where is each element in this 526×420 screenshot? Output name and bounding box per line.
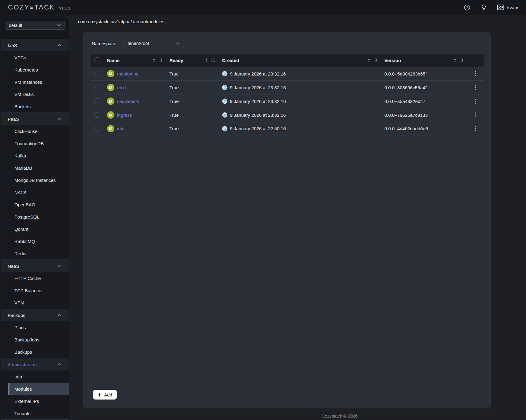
module-name-link[interactable]: monitoring [117, 71, 139, 76]
sidebar-item-nats[interactable]: NATS [1, 186, 69, 198]
sort-icon[interactable] [205, 58, 208, 62]
footer-copyright: Cozystack © 2026 [78, 414, 526, 418]
sidebar-item-info[interactable]: Info [1, 370, 69, 383]
section-label: Backups [8, 313, 25, 318]
chevron-up-icon [58, 363, 61, 366]
version-value: 0.0.0+a5a4832ebff7 [384, 99, 425, 104]
sidebar-nav-panel: default IaaS VPCs Kubernetes VM Instance… [1, 16, 69, 420]
sidebar-item-modules[interactable]: Modules [8, 383, 69, 395]
module-name-link[interactable]: info [117, 126, 124, 131]
row-checkbox[interactable] [94, 71, 100, 76]
sort-icon[interactable] [368, 58, 370, 62]
add-button-label: Add [104, 392, 112, 397]
sidebar-item-qdrant[interactable]: Qdrant [1, 223, 69, 235]
sidebar-section-administration[interactable]: Administration [1, 358, 69, 370]
header-cell-name: Name [104, 57, 166, 64]
row-checkbox[interactable] [94, 98, 100, 104]
sort-icon[interactable] [454, 58, 456, 62]
sidebar-item-tcp-balancer[interactable]: TCP Balancer [1, 284, 69, 297]
created-value: 9 January 2026 at 23:32:16 [230, 71, 286, 76]
kebab-menu-icon[interactable] [474, 97, 478, 105]
kebab-menu-icon[interactable] [474, 111, 478, 119]
sidebar-item-clickhouse[interactable]: ClickHouse [1, 125, 69, 137]
sidebar-item-openbao[interactable]: OpenBAO [1, 198, 69, 211]
context-select-value: default [9, 23, 22, 28]
section-label: PaaS [8, 116, 19, 122]
sidebar-item-tenants[interactable]: Tenants [1, 407, 69, 419]
namespace-select[interactable]: tenant-root [124, 39, 184, 48]
version-value: 0.0.0+4d462dadd6e6 [384, 126, 428, 131]
kebab-menu-icon[interactable] [474, 70, 478, 78]
section-label: NaaS [8, 263, 19, 269]
sidebar-item-postgresql[interactable]: PostgreSQL [1, 211, 69, 223]
globe-icon [222, 126, 228, 131]
sidebar-section-iaas[interactable]: IaaS [1, 39, 69, 51]
sidebar-item-plans[interactable]: Plans [1, 321, 69, 333]
sidebar-item-mongodb-instances[interactable]: MongoDB Instances [1, 174, 69, 186]
version-value: 0.0.0+5d304263b65f [384, 71, 427, 76]
sidebar-item-vm-disks[interactable]: VM Disks [1, 88, 69, 100]
table-row: M info True 9 January 2026 at 22:50:16 0… [91, 122, 484, 135]
topbar-actions: ? kvaps [464, 3, 519, 11]
kebab-menu-icon[interactable] [474, 83, 478, 91]
sidebar-item-vpn[interactable]: VPN [1, 297, 69, 309]
add-button[interactable]: Add [93, 390, 117, 400]
lightbulb-icon[interactable] [480, 4, 487, 11]
sidebar-item-redis[interactable]: Redis [1, 247, 69, 260]
chevron-up-icon [58, 44, 61, 46]
row-checkbox[interactable] [94, 112, 100, 118]
version-value: 0.0.0+79626a7c9133 [384, 112, 428, 118]
module-name-link[interactable]: seaweedfs [117, 99, 139, 104]
sidebar-item-foundationdb[interactable]: FoundationDB [1, 137, 69, 149]
column-label: Name [107, 58, 120, 63]
sort-icon[interactable] [153, 58, 155, 62]
column-label: Created [222, 58, 239, 63]
sidebar-item-backups[interactable]: Backups [1, 346, 69, 358]
modules-table: Name Ready Created V [91, 54, 484, 135]
created-value: 9 January 2026 at 23:32:16 [230, 112, 286, 118]
topbar: COZY≡TACK v1.1.1 ? kvaps [0, 0, 526, 15]
sidebar-item-kafka[interactable]: Kafka [1, 149, 69, 162]
table-row: M etcd True 9 January 2026 at 23:32:16 0… [91, 80, 484, 94]
created-value: 9 January 2026 at 23:32:16 [230, 99, 286, 104]
row-checkbox[interactable] [94, 126, 100, 131]
sidebar-section-paas[interactable]: PaaS [1, 112, 69, 125]
table-row: M seaweedfs True 9 January 2026 at 23:32… [91, 94, 484, 108]
sidebar-section-naas[interactable]: NaaS [1, 260, 69, 272]
sidebar-item-backupjobs[interactable]: BackupJobs [1, 333, 69, 346]
select-all-checkbox[interactable] [94, 57, 100, 63]
search-icon[interactable] [373, 58, 378, 63]
chevron-up-icon [58, 118, 61, 120]
help-icon[interactable]: ? [464, 4, 471, 11]
context-select[interactable]: default [5, 21, 65, 30]
module-name-link[interactable]: etcd [117, 85, 126, 90]
search-icon[interactable] [211, 58, 216, 63]
avatar: M [107, 111, 114, 119]
namespace-label: Namespace: [92, 41, 117, 46]
table-header: Name Ready Created V [91, 54, 484, 67]
search-icon[interactable] [459, 58, 464, 63]
sidebar-item-buckets[interactable]: Buckets [1, 100, 69, 112]
sidebar-item-vm-instances[interactable]: VM Instances [1, 76, 69, 88]
sidebar-item-kubernetes[interactable]: Kubernetes [1, 64, 69, 76]
globe-icon [222, 112, 228, 118]
sidebar-item-http-cache[interactable]: HTTP Cache [1, 272, 69, 284]
kebab-menu-icon[interactable] [474, 125, 478, 133]
sidebar-item-vpcs[interactable]: VPCs [1, 51, 69, 64]
header-cell-created: Created [219, 57, 381, 64]
globe-icon [222, 85, 228, 90]
sidebar-item-rabbitmq[interactable]: RabbitMQ [1, 235, 69, 247]
table-row: M monitoring True 9 January 2026 at 23:3… [91, 67, 484, 80]
search-icon[interactable] [158, 58, 163, 63]
sidebar-section-backups[interactable]: Backups [1, 309, 69, 321]
row-checkbox[interactable] [94, 85, 100, 90]
sidebar-item-external-ips[interactable]: External IPs [1, 395, 69, 407]
user-badge[interactable]: kvaps [497, 3, 519, 11]
column-label: Ready [169, 58, 183, 63]
id-card-icon [497, 3, 505, 11]
sidebar-item-mariadb[interactable]: MariaDB [1, 162, 69, 174]
namespace-select-value: tenant-root [128, 41, 149, 46]
module-name-link[interactable]: ingress [117, 112, 132, 118]
avatar: M [107, 125, 114, 132]
ready-value: True [169, 71, 179, 76]
